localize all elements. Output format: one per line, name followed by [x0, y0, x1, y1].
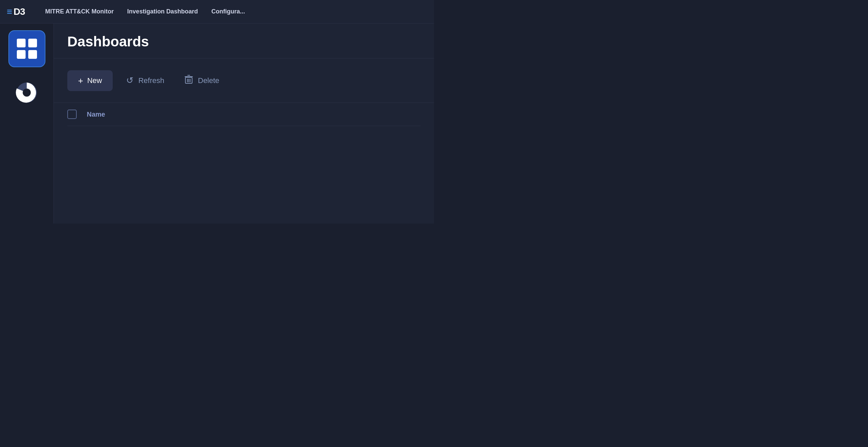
grid-cell-3 [17, 50, 26, 59]
trash-icon [184, 75, 193, 87]
logo[interactable]: ≡ D3 [7, 6, 25, 17]
nav-item-mitre[interactable]: MITRE ATT&CK Monitor [45, 8, 114, 15]
grid-cell-4 [28, 50, 37, 59]
dashboard-grid-icon [17, 39, 37, 59]
delete-button-label: Delete [198, 76, 219, 85]
sidebar-item-dashboards[interactable] [8, 30, 45, 67]
sidebar-item-reports[interactable] [12, 77, 42, 108]
refresh-button[interactable]: ↺ Refresh [119, 69, 171, 92]
content-area: Dashboards + New ↺ Refresh [54, 24, 434, 224]
refresh-icon: ↺ [126, 75, 133, 86]
new-button[interactable]: + New [67, 70, 113, 91]
plus-icon: + [78, 76, 83, 85]
nav-item-configuration[interactable]: Configura... [211, 8, 245, 15]
sidebar [0, 24, 54, 224]
main-layout: Dashboards + New ↺ Refresh [0, 24, 434, 224]
page-header: Dashboards [54, 24, 434, 59]
top-navigation: ≡ D3 MITRE ATT&CK Monitor Investigation … [0, 0, 434, 24]
table-area: Name [54, 103, 434, 126]
pie-chart-icon [16, 82, 38, 104]
grid-cell-1 [17, 39, 26, 47]
svg-point-1 [23, 89, 31, 97]
logo-text: D3 [13, 6, 25, 17]
new-button-label: New [87, 76, 102, 85]
grid-cell-2 [28, 39, 37, 47]
nav-item-investigation[interactable]: Investigation Dashboard [127, 8, 198, 15]
page-title: Dashboards [67, 34, 421, 50]
logo-icon: ≡ [7, 6, 12, 17]
table-header: Name [67, 103, 421, 126]
delete-button[interactable]: Delete [178, 69, 226, 93]
column-name-header: Name [87, 111, 105, 118]
select-all-checkbox[interactable] [67, 110, 77, 119]
refresh-button-label: Refresh [138, 76, 164, 85]
toolbar: + New ↺ Refresh Dele [54, 59, 434, 103]
